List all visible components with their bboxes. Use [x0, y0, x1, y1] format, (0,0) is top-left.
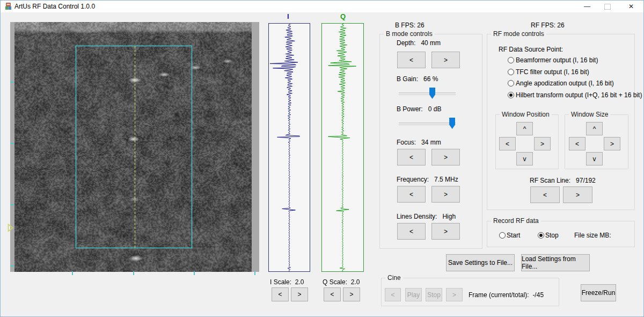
frequency-decrease-button[interactable]: <	[397, 186, 426, 203]
focus-marker-icon	[8, 224, 14, 232]
file-size-label: File size MB:	[574, 232, 611, 239]
b-power-value: 0 dB	[428, 105, 442, 113]
depth-tick	[10, 82, 14, 83]
depth-tick	[10, 143, 14, 144]
rf-mode-group-label: RF mode controls	[491, 30, 546, 38]
rf-scan-line-label: RF Scan Line: 97/192	[530, 177, 596, 184]
cine-next-button[interactable]: >	[446, 288, 463, 301]
q-scale-value: 2.0	[351, 278, 360, 286]
depth-label: Depth: 40 mm	[397, 39, 441, 47]
window-title: ArtUs RF Data Control 1.0.0	[14, 3, 95, 10]
cine-play-button[interactable]: Play	[405, 288, 422, 301]
window-position-right-button[interactable]: >	[534, 137, 551, 150]
i-plot-title: I	[287, 12, 289, 20]
i-scale-decrease-button[interactable]: <	[272, 287, 289, 301]
depth-decrease-button[interactable]: <	[397, 52, 426, 68]
cine-stop-button[interactable]: Stop	[426, 288, 442, 301]
width-tick	[194, 271, 195, 275]
b-gain-label: B Gain: 66 %	[397, 75, 438, 83]
window-position-down-button[interactable]: v	[516, 152, 533, 165]
title-bar: ArtUs RF Data Control 1.0.0 — ✕	[1, 1, 643, 12]
i-scale-label: I Scale: 2.0	[270, 278, 304, 286]
radio-tfc-filter-output-label[interactable]: TFC filter output (I, 16 bit)	[516, 68, 589, 76]
radio-angle-apodization-output[interactable]	[508, 80, 514, 87]
lines-density-label: Lines Density: High	[397, 213, 456, 220]
frequency-increase-button[interactable]: >	[431, 186, 460, 203]
radio-hilbert-transform-output-label[interactable]: Hilbert transform output (I+Q, 16 bit + …	[516, 91, 642, 99]
b-gain-value: 66 %	[423, 75, 438, 83]
window-size-label: Window Size	[569, 111, 610, 118]
radio-beamformer-output-label[interactable]: Beamformer output (I, 16 bit)	[516, 56, 598, 64]
q-plot-title: Q	[340, 12, 346, 20]
b-gain-slider-track[interactable]	[399, 92, 456, 95]
b-fps-label: B FPS: 26	[395, 21, 425, 29]
window-size-down-button[interactable]: v	[586, 152, 603, 165]
maximize-icon	[604, 4, 611, 10]
radio-record-start-label[interactable]: Start	[507, 232, 520, 239]
q-scale-label: Q Scale: 2.0	[323, 278, 360, 286]
radio-hilbert-transform-output[interactable]	[508, 92, 514, 98]
window-size-up-button[interactable]: ^	[586, 122, 603, 135]
freeze-run-button[interactable]: Freeze/Run	[581, 284, 616, 301]
window-position-up-button[interactable]: ^	[516, 122, 533, 135]
app-icon	[4, 2, 12, 10]
ultrasound-image[interactable]	[10, 22, 259, 272]
depth-increase-button[interactable]: >	[431, 52, 460, 68]
q-scale-decrease-button[interactable]: <	[324, 287, 341, 301]
frequency-value: 7.5 MHz	[434, 176, 458, 183]
frame-label: Frame (current/total): -/45	[469, 291, 544, 299]
record-rf-data-label: Record RF data	[491, 217, 541, 225]
lines-density-value: High	[442, 213, 456, 220]
frequency-label: Frequency: 7.5 MHz	[397, 176, 458, 183]
app-window: ArtUs RF Data Control 1.0.0 — ✕ I Q I Sc…	[0, 0, 644, 317]
focus-value: 34 mm	[421, 139, 441, 146]
cine-group-label: Cine	[385, 274, 403, 282]
i-scale-value: 2.0	[295, 278, 304, 286]
radio-record-stop-label[interactable]: Stop	[545, 232, 559, 239]
depth-value: 40 mm	[421, 39, 441, 47]
width-tick	[254, 271, 255, 275]
depth-tick	[10, 265, 14, 266]
lines-density-decrease-button[interactable]: <	[397, 223, 426, 240]
load-settings-button[interactable]: Load Settings from File...	[521, 254, 590, 271]
window-position-label: Window Position	[500, 111, 552, 118]
frame-value: -/45	[532, 291, 544, 299]
rf-data-source-label: RF Data Source Point:	[499, 46, 563, 53]
radio-beamformer-output[interactable]	[508, 57, 514, 63]
i-scale-increase-button[interactable]: >	[291, 287, 308, 301]
q-plot	[321, 23, 364, 272]
i-waveform	[269, 24, 310, 271]
radio-angle-apodization-output-label[interactable]: Angle apodization output (I, 16 bit)	[516, 80, 614, 87]
q-waveform	[322, 24, 363, 271]
window-size-left-button[interactable]: <	[569, 137, 586, 150]
maximize-button[interactable]	[598, 1, 617, 12]
b-mode-group-label: B mode controls	[384, 30, 435, 38]
lines-density-increase-button[interactable]: >	[431, 223, 460, 240]
depth-tick	[10, 204, 14, 205]
rf-scan-line-increase-button[interactable]: >	[563, 186, 592, 203]
q-scale-increase-button[interactable]: >	[343, 287, 360, 301]
rf-scan-line-decrease-button[interactable]: <	[530, 186, 560, 203]
cine-prev-button[interactable]: <	[385, 288, 401, 301]
window-position-left-button[interactable]: <	[499, 137, 516, 150]
focus-increase-button[interactable]: >	[431, 149, 460, 165]
rf-fps-label: RF FPS: 26	[531, 21, 565, 29]
close-button[interactable]: ✕	[622, 1, 640, 12]
b-power-label: B Power: 0 dB	[397, 105, 441, 113]
save-settings-button[interactable]: Save Settings to File...	[446, 254, 515, 271]
minimize-button[interactable]: —	[578, 1, 596, 12]
window-size-right-button[interactable]: >	[604, 137, 620, 150]
radio-record-start[interactable]	[499, 232, 506, 239]
b-power-slider-track[interactable]	[399, 123, 456, 125]
radio-record-stop[interactable]	[538, 232, 544, 239]
rf-scan-line-value: 97/192	[576, 177, 596, 184]
width-tick	[133, 271, 134, 275]
focus-decrease-button[interactable]: <	[397, 149, 426, 165]
i-plot	[268, 23, 310, 272]
radio-tfc-filter-output[interactable]	[508, 69, 514, 75]
focus-label: Focus: 34 mm	[397, 139, 441, 146]
width-tick	[72, 271, 73, 275]
